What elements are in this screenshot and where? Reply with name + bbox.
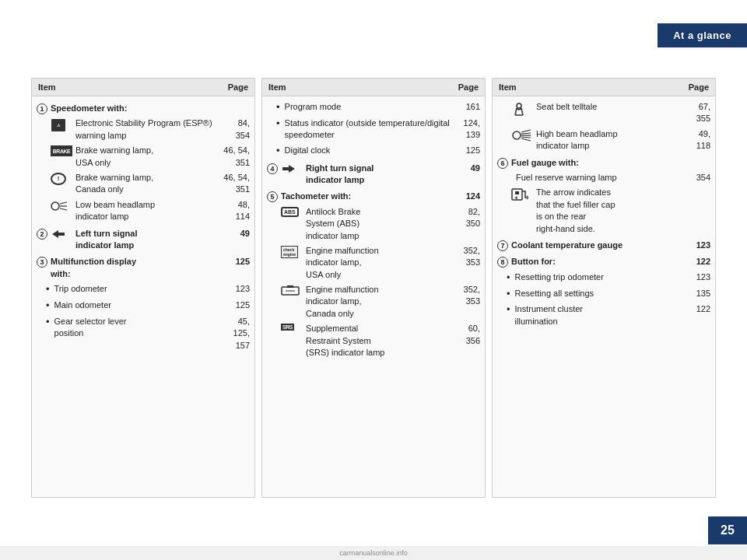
bullet-page: 123: [682, 271, 710, 283]
svg-point-2: [51, 202, 59, 210]
row-page: 84,354: [222, 117, 250, 142]
bullet-text: Resetting all settings: [515, 288, 682, 299]
watermark-bar: carmanualsonline.info: [0, 546, 747, 560]
row-num: 4: [267, 163, 281, 174]
fuel-icon: ◄: [511, 187, 533, 201]
bullet-text: Resetting trip odometer: [515, 271, 682, 283]
left-signal-icon: [51, 228, 72, 240]
row-page: 122: [682, 256, 710, 268]
bullet-icon: •: [46, 316, 50, 329]
table-row: Seat belt telltale 67,355: [493, 100, 715, 127]
engine-malfunction-icon: [281, 284, 303, 297]
table-row: 5 Tachometer with: 124: [262, 187, 485, 204]
list-item: • Program mode 161: [262, 100, 485, 116]
row-text: Brake warning lamp,Canada only: [75, 172, 222, 196]
bullet-page: 123: [222, 283, 250, 295]
col1-item-label: Item: [38, 82, 56, 92]
page-number: 25: [708, 516, 747, 544]
row-text: Fuel reserve warning lamp: [511, 172, 682, 184]
row-num: 1: [37, 103, 51, 114]
table-row: checkengine Engine malfunctionindicator …: [262, 243, 485, 282]
row-text: Engine malfunctionindicator lamp,Canada …: [306, 284, 452, 320]
table-row: ! Brake warning lamp,Canada only 46, 54,…: [32, 170, 254, 198]
row-page: 49: [222, 228, 250, 240]
right-signal-icon: [281, 163, 303, 174]
col3-body: Seat belt telltale 67,355 High beam: [493, 96, 715, 332]
column-2: Item Page • Program mode 161 • Status in…: [261, 78, 486, 498]
row-page: 46, 54,351: [222, 172, 250, 196]
list-item: • Status indicator (outside temperature/…: [262, 116, 485, 143]
table-row: Low beam headlampindicator lamp 48,114: [32, 198, 254, 225]
bullet-page: 125: [452, 145, 480, 156]
svg-rect-11: [287, 285, 293, 288]
row-text: Speedometer with:: [51, 103, 222, 114]
row-num: 5: [267, 191, 281, 202]
table-row: Fuel reserve warning lamp 354: [493, 170, 715, 185]
row-text: Button for:: [511, 256, 682, 268]
row-num: 3: [37, 257, 51, 268]
bullet-icon: •: [276, 117, 280, 131]
row-page: 352,353: [452, 245, 480, 269]
col3-page-label: Page: [689, 82, 709, 92]
row-text: Engine malfunctionindicator lamp,USA onl…: [306, 245, 452, 281]
svg-line-3: [60, 202, 67, 204]
table-row: Engine malfunctionindicator lamp,Canada …: [262, 282, 485, 321]
list-item: • Resetting trip odometer 123: [493, 270, 715, 286]
col2-item-label: Item: [268, 82, 286, 92]
svg-line-17: [521, 133, 531, 134]
svg-point-13: [517, 103, 521, 108]
row-num: 7: [497, 240, 511, 251]
row-page: 67,355: [682, 101, 710, 125]
row-text: SupplementalRestraint System(SRS) indica…: [306, 323, 452, 359]
svg-marker-8: [289, 165, 295, 173]
bullet-text: Program mode: [285, 101, 452, 113]
row-page: 49: [452, 163, 480, 174]
table-row: 4 Right turn signalindicator lamp 49: [262, 159, 485, 188]
svg-point-15: [513, 131, 521, 139]
table-row: 6 Fuel gauge with:: [493, 154, 715, 170]
row-text: Seat belt telltale: [536, 101, 682, 113]
svg-line-19: [521, 137, 531, 138]
brake-rect-icon: BRAKE: [51, 145, 72, 156]
row-page: 60,356: [452, 323, 480, 347]
highbeam-icon: [511, 128, 533, 142]
bullet-text: Trip odometer: [54, 283, 222, 295]
seatbelt-icon: [511, 101, 533, 116]
table-row: 1 Speedometer with:: [32, 100, 254, 116]
row-page: 82,350: [452, 206, 480, 230]
bullet-text: Main odometer: [54, 299, 222, 311]
table-row: 8 Button for: 122: [493, 253, 715, 269]
col3-item-label: Item: [499, 82, 517, 92]
table-row: 7 Coolant temperature gauge 123: [493, 236, 715, 253]
main-content: Item Page 1 Speedometer with: ⚠ Electron: [31, 78, 716, 498]
srs-icon: SRS: [281, 323, 303, 331]
col2-body: • Program mode 161 • Status indicator (o…: [262, 96, 485, 363]
row-text: Left turn signalindicator lamp: [75, 228, 222, 252]
col1-body: 1 Speedometer with: ⚠ Electronic Stabili…: [32, 96, 254, 356]
row-text: High beam headlampindicator lamp: [536, 128, 682, 152]
bullet-page: 124,139: [452, 117, 480, 142]
bullet-icon: •: [507, 303, 510, 317]
svg-text:◄: ◄: [514, 195, 518, 200]
bullet-page: 122: [682, 303, 710, 315]
at-a-glance-banner: At a glance: [658, 23, 747, 47]
list-item: • Resetting all settings 135: [493, 286, 715, 303]
list-item: • Trip odometer 123: [32, 282, 254, 298]
svg-rect-7: [58, 233, 65, 236]
svg-rect-22: [515, 191, 519, 194]
col2-header: Item Page: [262, 79, 485, 96]
row-text: Tachometer with:: [281, 191, 452, 202]
row-text: Low beam headlampindicator lamp: [75, 199, 222, 223]
column-3: Item Page Seat belt telltale 67,355: [492, 78, 716, 498]
list-item: • Gear selector leverposition 45,125,157: [32, 314, 254, 353]
col2-page-label: Page: [458, 82, 479, 92]
row-page: 46, 54,351: [222, 145, 250, 169]
row-page: 124: [452, 191, 480, 202]
svg-line-16: [521, 130, 531, 132]
bullet-text: Gear selector leverposition: [54, 316, 222, 340]
svg-line-20: [521, 138, 531, 141]
check-engine-icon: checkengine: [281, 245, 303, 258]
table-row: ABS Antilock BrakeSystem (ABS)indicator …: [262, 205, 485, 243]
table-row: BRAKE Brake warning lamp,USA only 46, 54…: [32, 143, 254, 170]
row-num: 6: [497, 158, 511, 169]
